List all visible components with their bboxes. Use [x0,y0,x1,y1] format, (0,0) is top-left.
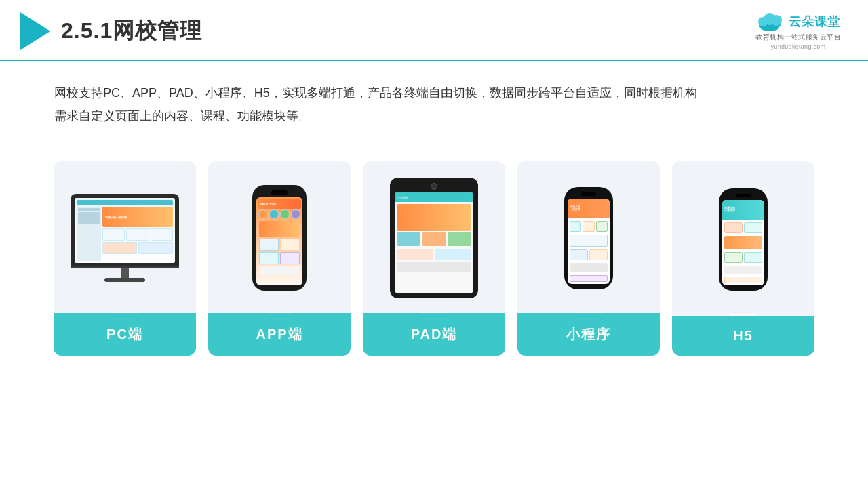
card-miniprogram-label-container: 小程序 [517,312,660,356]
mini-phone-notch-2 [736,194,751,197]
description-text: 网校支持PC、APP、PAD、小程序、H5，实现多端打通，产品各终端自由切换，数… [0,61,868,134]
card-app-label: APP端 [208,313,351,356]
card-h5-label-container: H5 [672,314,814,356]
svg-point-5 [764,13,776,25]
page-title: 2.5.1网校管理 [61,16,202,46]
mini-phone-2: 职通人的一堂好课 [719,188,768,291]
play-icon [20,12,50,50]
card-miniprogram-label: 小程序 [517,313,660,356]
mini-phone-1: 职通人的一堂好课 [564,187,613,289]
logo-cloud: 云朵课堂 [756,12,840,31]
card-pad: 云朵课堂 [363,161,505,356]
card-h5: 职通人的一堂好课 [672,161,814,356]
tablet-screen: 云朵课堂 [395,192,473,293]
card-miniprogram-image: 职通人的一堂好课 [517,161,660,312]
phone-notch [271,190,288,195]
app-phone: 职通人的一堂好课 [252,185,307,291]
description-paragraph-2: 需求自定义页面上的内容、课程、功能模块等。 [54,104,814,127]
card-h5-image: 职通人的一堂好课 [672,161,814,314]
page-header: 2.5.1网校管理 云朵课堂 教育机构一站式服务云平台 yunduoketang… [0,0,868,61]
cards-container: 职通人的一堂好课 [0,141,868,376]
monitor-screen: 职通人的一堂好课 [75,198,175,263]
mini-phone-screen-2: 职通人的一堂好课 [722,200,764,285]
phone-screen: 职通人的一堂好课 [256,197,302,285]
card-pc: 职通人的一堂好课 [54,161,196,356]
header-left: 2.5.1网校管理 [20,12,202,50]
tablet: 云朵课堂 [390,178,478,298]
card-pad-label-container: PAD端 [363,312,505,356]
logo-area: 云朵课堂 教育机构一站式服务云平台 yunduoketang.com [755,12,841,50]
tablet-home [431,183,437,190]
card-miniprogram: 职通人的一堂好课 [517,161,660,356]
logo-domain: yunduoketang.com [771,43,826,50]
card-h5-label: H5 [672,316,814,356]
monitor-frame: 职通人的一堂好课 [71,194,179,266]
cloud-icon [756,12,785,31]
logo-tagline: 教育机构一站式服务云平台 [755,33,841,42]
mini-phone-screen-1: 职通人的一堂好课 [568,199,610,284]
card-app: 职通人的一堂好课 [208,161,351,356]
card-app-label-container: APP端 [208,312,351,356]
mini-phone-notch-1 [581,192,596,196]
pc-monitor: 职通人的一堂好课 [71,194,179,282]
card-pad-label: PAD端 [363,313,505,356]
logo-text: 云朵课堂 [789,14,840,30]
card-pc-label-container: PC端 [54,312,196,356]
card-app-image: 职通人的一堂好课 [208,161,351,312]
card-pad-image: 云朵课堂 [363,161,505,312]
description-paragraph: 网校支持PC、APP、PAD、小程序、H5，实现多端打通，产品各终端自由切换，数… [54,81,814,104]
card-pc-label: PC端 [54,313,196,356]
card-pc-image: 职通人的一堂好课 [54,161,196,312]
